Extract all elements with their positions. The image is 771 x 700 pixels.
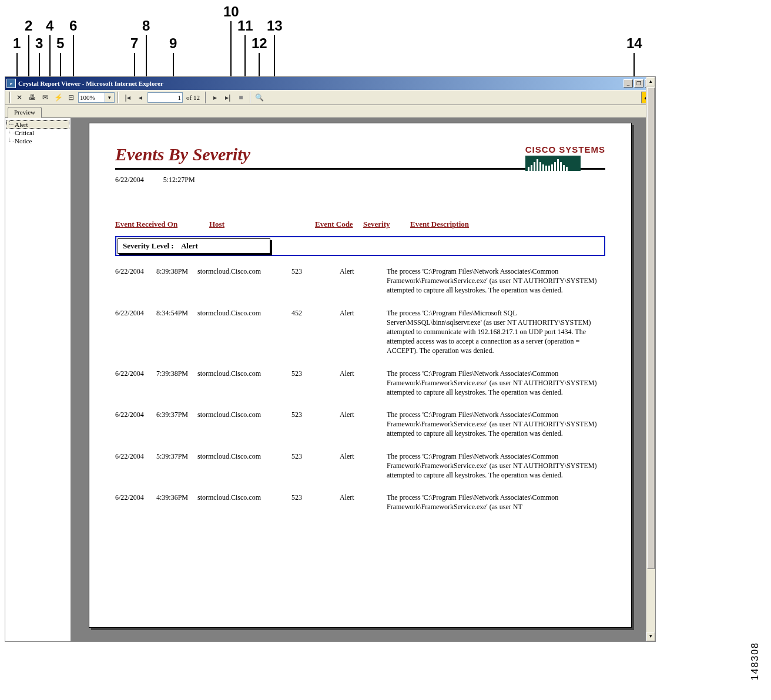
- zoom-dropdown-button[interactable]: ▾: [105, 92, 115, 103]
- event-severity: Alert: [340, 267, 387, 295]
- cisco-bridge-icon: [525, 156, 581, 171]
- maximize-button[interactable]: ❐: [634, 79, 643, 88]
- event-severity: Alert: [340, 369, 387, 398]
- callout-5: 5: [56, 35, 64, 52]
- callout-8: 8: [142, 18, 150, 34]
- callout-10: 10: [223, 4, 239, 20]
- cisco-wordmark: CISCO SYSTEMS: [525, 144, 605, 154]
- event-host: stormcloud.Cisco.com: [197, 493, 291, 511]
- lightning-icon: ⚡: [54, 93, 63, 102]
- last-page-button[interactable]: ▸|: [222, 92, 234, 103]
- event-row: 6/22/20048:39:38PMstormcloud.Cisco.com52…: [115, 267, 605, 295]
- event-date: 6/22/2004: [115, 452, 156, 480]
- severity-group-label: Severity Level :: [123, 241, 174, 250]
- col-severity: Severity: [363, 220, 410, 229]
- print-button[interactable]: 🖶: [26, 92, 38, 103]
- severity-group-row: Severity Level : Alert: [115, 236, 605, 256]
- event-time: 6:39:37PM: [156, 410, 197, 439]
- outer-scroll-thumb[interactable]: [647, 88, 655, 569]
- prev-icon: ◂: [139, 93, 142, 102]
- x-icon: ✕: [16, 93, 22, 102]
- callout-2: 2: [25, 18, 32, 34]
- first-icon: |◂: [125, 93, 130, 102]
- report-timestamp: 6/22/2004 5:12:27PM: [115, 176, 605, 184]
- close-report-button[interactable]: ✕: [14, 92, 25, 103]
- event-time: 8:34:54PM: [156, 308, 197, 356]
- event-host: stormcloud.Cisco.com: [197, 410, 291, 439]
- event-row: 6/22/20046:39:37PMstormcloud.Cisco.com52…: [115, 410, 605, 439]
- col-description: Event Description: [410, 220, 605, 229]
- stop-icon: ■: [239, 93, 243, 102]
- tree-icon: ⊟: [68, 93, 74, 102]
- report-time: 5:12:27PM: [163, 176, 195, 184]
- tab-row: Preview: [5, 105, 655, 118]
- last-icon: ▸|: [225, 93, 230, 102]
- severity-group-value: Alert: [181, 241, 198, 250]
- callout-3: 3: [35, 35, 43, 52]
- chevron-down-icon: ▾: [108, 95, 111, 100]
- browser-window: e Crystal Report Viewer - Microsoft Inte…: [5, 76, 656, 642]
- callout-9: 9: [169, 35, 177, 52]
- events-list: 6/22/20048:39:38PMstormcloud.Cisco.com52…: [115, 267, 605, 512]
- app-icon: e: [6, 79, 16, 88]
- minimize-button[interactable]: _: [623, 79, 633, 88]
- event-row: 6/22/20048:34:54PMstormcloud.Cisco.com45…: [115, 308, 605, 356]
- report-page: Events By Severity 6/22/2004 5:12:27PM C…: [89, 123, 632, 628]
- zoom-input[interactable]: [78, 92, 105, 103]
- refresh-button[interactable]: ⚡: [52, 92, 64, 103]
- event-host: stormcloud.Cisco.com: [197, 369, 291, 398]
- printer-icon: 🖶: [29, 93, 36, 102]
- prev-page-button[interactable]: ◂: [135, 92, 146, 103]
- event-description: The process 'C:\Program Files\Microsoft …: [387, 308, 605, 356]
- col-code: Event Code: [315, 220, 363, 229]
- callout-4: 4: [46, 18, 53, 34]
- outer-scroll-up-button[interactable]: ▴: [646, 77, 655, 86]
- event-severity: Alert: [340, 493, 387, 511]
- tab-preview[interactable]: Preview: [8, 107, 42, 118]
- event-description: The process 'C:\Program Files\Network As…: [387, 369, 605, 398]
- event-row: 6/22/20045:39:37PMstormcloud.Cisco.com52…: [115, 452, 605, 480]
- group-tree: Alert Critical Notice: [5, 118, 71, 641]
- event-time: 5:39:37PM: [156, 452, 197, 480]
- tree-node-critical[interactable]: Critical: [6, 129, 69, 137]
- outer-scroll-down-button[interactable]: ▾: [646, 632, 655, 641]
- event-severity: Alert: [340, 452, 387, 480]
- event-severity: Alert: [340, 308, 387, 356]
- callout-6: 6: [69, 18, 77, 34]
- event-host: stormcloud.Cisco.com: [197, 452, 291, 480]
- event-code: 523: [291, 410, 340, 439]
- event-date: 6/22/2004: [115, 308, 156, 356]
- zoom-control: ▾: [78, 92, 115, 103]
- figure-number: 148308: [750, 642, 760, 680]
- col-host: Host: [209, 220, 315, 229]
- report-date: 6/22/2004: [115, 176, 144, 184]
- toggle-tree-button[interactable]: ⊟: [65, 92, 77, 103]
- event-host: stormcloud.Cisco.com: [197, 267, 291, 295]
- callout-7: 7: [130, 35, 138, 52]
- event-row: 6/22/20047:39:38PMstormcloud.Cisco.com52…: [115, 369, 605, 398]
- callout-13: 13: [267, 18, 283, 34]
- stop-button[interactable]: ■: [235, 92, 247, 103]
- next-page-button[interactable]: ▸: [209, 92, 221, 103]
- event-code: 523: [291, 369, 340, 398]
- first-page-button[interactable]: |◂: [122, 92, 133, 103]
- callout-1: 1: [13, 35, 21, 52]
- report-viewport: Events By Severity 6/22/2004 5:12:27PM C…: [71, 118, 655, 641]
- window-title: Crystal Report Viewer - Microsoft Intern…: [18, 80, 163, 87]
- titlebar: e Crystal Report Viewer - Microsoft Inte…: [5, 77, 655, 90]
- column-headers: Event Received On Host Event Code Severi…: [115, 220, 605, 229]
- find-button[interactable]: 🔍: [254, 92, 266, 103]
- page-of-label: of 12: [184, 94, 202, 101]
- col-received: Event Received On: [115, 220, 209, 229]
- next-icon: ▸: [213, 93, 217, 102]
- event-severity: Alert: [340, 410, 387, 439]
- tree-node-alert[interactable]: Alert: [6, 120, 69, 129]
- tree-node-notice[interactable]: Notice: [6, 137, 69, 145]
- browser-scrollbar[interactable]: ▴ ▾: [646, 77, 655, 641]
- callout-11: 11: [237, 18, 253, 34]
- page-number-input[interactable]: [148, 92, 183, 103]
- event-description: The process 'C:\Program Files\Network As…: [387, 267, 605, 295]
- export-button[interactable]: ✉: [39, 92, 51, 103]
- event-code: 523: [291, 493, 340, 511]
- event-description: The process 'C:\Program Files\Network As…: [387, 493, 605, 511]
